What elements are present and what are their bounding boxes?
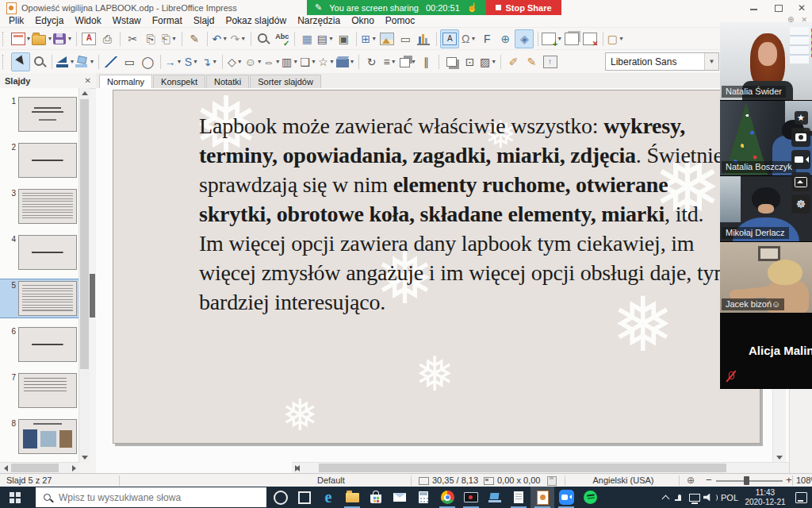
tab-notatki[interactable]: Notatki xyxy=(206,75,249,88)
show-draw-functions-button[interactable]: ◈ xyxy=(515,29,534,48)
action-center-icon[interactable] xyxy=(790,487,812,508)
dropdown-arrow-icon[interactable]: ▼ xyxy=(237,59,243,64)
tab-konspekt[interactable]: Konspekt xyxy=(153,75,205,88)
spelling-button[interactable] xyxy=(273,30,290,48)
cut-button[interactable]: ✂ xyxy=(124,30,141,48)
clock[interactable]: 11:43 2020-12-21 xyxy=(741,487,790,508)
dropdown-arrow-icon[interactable]: ▼ xyxy=(26,36,32,41)
microphone-tray-icon[interactable] xyxy=(672,487,687,508)
scrollbar-thumb[interactable] xyxy=(319,464,726,472)
toolbar-handle[interactable] xyxy=(2,32,7,46)
dropdown-arrow-icon[interactable]: ▼ xyxy=(89,59,94,64)
dropdown-arrow-icon[interactable]: ▼ xyxy=(311,59,316,64)
notepad-icon[interactable] xyxy=(507,487,530,508)
language-indicator[interactable]: POL xyxy=(718,487,741,508)
fit-slide-icon[interactable]: ⊕ xyxy=(687,474,695,487)
select-tool[interactable] xyxy=(11,52,30,71)
participant-video-4[interactable]: Jacek bizoń☺ xyxy=(720,242,812,314)
close-icon[interactable]: ✕ xyxy=(801,16,807,24)
insert-chart-button[interactable] xyxy=(415,30,432,48)
open-button[interactable]: ▼ xyxy=(32,30,52,48)
panel-vertical-scrollbar[interactable] xyxy=(79,88,90,463)
participant-video-1[interactable]: Natalia Świder xyxy=(720,22,812,101)
insert-line-tool[interactable] xyxy=(102,53,120,71)
find-replace-button[interactable] xyxy=(255,30,272,48)
scroll-right-button[interactable] xyxy=(69,463,79,473)
slide-thumbnail-1[interactable]: 1 xyxy=(0,95,79,133)
dropdown-arrow-icon[interactable]: ▼ xyxy=(329,59,335,64)
panel-splitter-handle[interactable] xyxy=(90,274,95,318)
zoom-level-value[interactable]: 108% xyxy=(796,474,812,487)
dropdown-arrow-icon[interactable]: ▼ xyxy=(212,59,217,64)
save-button[interactable]: ▼ xyxy=(53,30,72,48)
mail-icon[interactable] xyxy=(388,487,412,508)
font-name-selector[interactable]: Liberation Sans ▼ xyxy=(605,52,719,71)
chevron-down-icon[interactable]: ▼ xyxy=(704,53,718,70)
redo-button[interactable]: ↷▼ xyxy=(229,30,247,48)
slide-page[interactable]: ❅❅❅❅❅❅❅❅ Lapbook może zawierać właściwie… xyxy=(113,90,760,444)
dropdown-arrow-icon[interactable]: ▼ xyxy=(491,59,496,64)
line-color-button[interactable]: ▼ xyxy=(56,53,75,71)
insert-text-frame-button[interactable]: ▭ xyxy=(396,30,414,48)
close-icon[interactable]: ✕ xyxy=(85,76,91,85)
dropdown-arrow-icon[interactable]: ▼ xyxy=(391,59,396,64)
file-explorer-icon[interactable] xyxy=(340,487,364,508)
rotate-tool[interactable]: ↻ xyxy=(363,53,381,71)
display-grid-button[interactable]: ▦ xyxy=(298,30,316,48)
rectangle-tool[interactable]: ▭ xyxy=(121,53,138,71)
fill-color-button[interactable]: ▼ xyxy=(75,53,94,71)
fontwork-button[interactable]: F xyxy=(478,30,496,48)
menu-item-pokazslajdw[interactable]: Pokaz slajdów xyxy=(220,15,292,27)
scroll-up-button[interactable] xyxy=(79,88,90,98)
stars-banners-tool[interactable]: ☆▼ xyxy=(318,53,335,71)
laptop-app-icon[interactable] xyxy=(483,487,507,508)
taskbar-search[interactable] xyxy=(36,487,266,507)
ellipse-tool[interactable]: ◯ xyxy=(139,53,156,71)
cortana-button[interactable] xyxy=(269,487,293,508)
delete-slide-button[interactable] xyxy=(581,30,599,48)
close-button[interactable]: ✕ xyxy=(796,2,807,13)
menu-item-widok[interactable]: Widok xyxy=(69,15,106,27)
zoom-slider-thumb[interactable] xyxy=(744,476,749,485)
menu-item-okno[interactable]: Okno xyxy=(346,15,380,27)
search-input[interactable] xyxy=(57,491,243,504)
menu-item-edycja[interactable]: Edycja xyxy=(29,15,69,27)
dropdown-arrow-icon[interactable]: ▼ xyxy=(176,59,182,64)
scroll-down-button[interactable] xyxy=(79,453,90,463)
export-pdf-button[interactable] xyxy=(80,30,98,48)
tab-normalny[interactable]: Normalny xyxy=(99,75,152,88)
edge-icon[interactable] xyxy=(316,487,340,508)
insert-table-button[interactable]: ⊞▼ xyxy=(360,30,377,48)
slide-thumbnail-2[interactable]: 2 xyxy=(0,141,79,179)
dropdown-arrow-icon[interactable]: ▼ xyxy=(293,59,298,64)
insert-textbox-button[interactable] xyxy=(440,29,459,48)
filter-button[interactable]: ▨▼ xyxy=(480,53,497,71)
menu-item-slajd[interactable]: Slajd xyxy=(188,15,220,27)
copy-button[interactable]: ⎘ xyxy=(142,30,159,48)
navigator-button[interactable] xyxy=(542,53,559,71)
scrollbar-thumb[interactable] xyxy=(80,99,89,369)
language-status[interactable]: Angielski (USA) xyxy=(573,474,674,487)
dropdown-arrow-icon[interactable]: ▼ xyxy=(328,36,334,41)
chrome-icon[interactable] xyxy=(435,487,459,508)
maximize-button[interactable] xyxy=(772,2,783,13)
zoom-out-button[interactable]: − xyxy=(706,474,712,487)
settings-gear-icon[interactable]: ☸ xyxy=(791,194,810,214)
zoom-in-button[interactable]: + xyxy=(786,474,792,487)
clone-formatting-button[interactable]: ✎ xyxy=(186,30,203,48)
edit-points-button[interactable]: ✐ xyxy=(505,53,523,71)
print-button[interactable]: ⎙ xyxy=(98,30,116,48)
duplicate-slide-button[interactable] xyxy=(563,30,580,48)
screen-recorder-icon[interactable] xyxy=(459,487,483,508)
tab-sorterslajdw[interactable]: Sorter slajdów xyxy=(250,75,321,88)
dropdown-arrow-icon[interactable]: ▼ xyxy=(275,59,281,64)
slide-text-block[interactable]: Lapbook może zawierać właściwie wszystko… xyxy=(199,111,745,317)
menu-item-pomoc[interactable]: Pomoc xyxy=(380,15,420,27)
shadow-button[interactable] xyxy=(443,53,461,71)
distribute-button[interactable]: ∥ xyxy=(418,53,435,71)
undo-button[interactable]: ↶▼ xyxy=(211,30,228,48)
dropdown-arrow-icon[interactable]: ▼ xyxy=(411,59,416,64)
canvas-horizontal-scrollbar[interactable] xyxy=(292,462,790,473)
impress-taskbar-icon[interactable] xyxy=(530,487,554,508)
menu-item-wstaw[interactable]: Wstaw xyxy=(107,15,147,27)
